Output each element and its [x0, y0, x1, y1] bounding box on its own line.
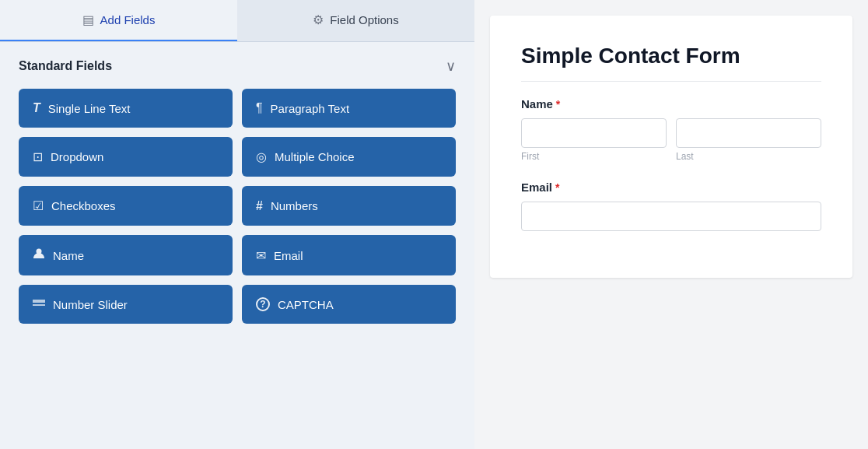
checkboxes-icon: ☑: [33, 198, 44, 213]
field-btn-captcha[interactable]: ? CAPTCHA: [242, 285, 456, 324]
field-btn-number-slider-label: Number Slider: [53, 298, 128, 311]
right-panel: Simple Contact Form Name * First Last: [474, 0, 868, 449]
single-line-text-icon: T: [33, 101, 40, 115]
tab-add-fields-label: Add Fields: [100, 13, 156, 26]
email-input[interactable]: [521, 202, 821, 231]
form-title: Simple Contact Form: [521, 44, 821, 82]
chevron-down-icon[interactable]: ∨: [446, 58, 456, 75]
tab-field-options[interactable]: ⚙ Field Options: [237, 0, 474, 41]
email-label: Email *: [521, 181, 821, 194]
field-btn-email[interactable]: ✉ Email: [242, 235, 456, 275]
first-name-input[interactable]: [521, 118, 667, 148]
field-btn-dropdown-label: Dropdown: [51, 150, 103, 163]
field-btn-paragraph-text-label: Paragraph Text: [271, 102, 349, 115]
last-name-group: Last: [676, 118, 821, 162]
field-btn-single-line-text[interactable]: T Single Line Text: [19, 89, 233, 128]
field-options-icon: ⚙: [313, 12, 324, 27]
number-slider-icon: [33, 297, 45, 311]
section-header: Standard Fields ∨: [19, 58, 456, 75]
field-btn-number-slider[interactable]: Number Slider: [19, 285, 233, 324]
name-inputs-group: First Last: [521, 118, 821, 162]
tab-field-options-label: Field Options: [330, 13, 398, 26]
field-btn-name[interactable]: Name: [19, 235, 233, 275]
field-btn-paragraph-text[interactable]: ¶ Paragraph Text: [242, 89, 456, 128]
section-title: Standard Fields: [19, 59, 112, 73]
field-btn-name-label: Name: [53, 249, 84, 262]
panel-content: Standard Fields ∨ T Single Line Text ¶ P…: [0, 42, 474, 449]
captcha-icon: ?: [256, 297, 270, 311]
email-required-star: *: [555, 181, 559, 194]
name-form-field: Name * First Last: [521, 97, 821, 162]
last-name-sublabel: Last: [676, 151, 821, 162]
form-preview: Simple Contact Form Name * First Last: [490, 16, 852, 278]
numbers-icon: #: [256, 199, 263, 213]
field-btn-multiple-choice-label: Multiple Choice: [275, 150, 355, 163]
field-btn-checkboxes[interactable]: ☑ Checkboxes: [19, 186, 233, 226]
tab-bar: ▤ Add Fields ⚙ Field Options: [0, 0, 474, 42]
email-form-field: Email *: [521, 181, 821, 231]
add-fields-icon: ▤: [82, 12, 94, 27]
field-btn-numbers[interactable]: # Numbers: [242, 186, 456, 226]
field-btn-checkboxes-label: Checkboxes: [51, 199, 116, 212]
field-btn-captcha-label: CAPTCHA: [278, 298, 334, 311]
dropdown-icon: ⊡: [33, 149, 43, 164]
name-icon: [33, 247, 45, 263]
first-name-sublabel: First: [521, 151, 667, 162]
field-btn-multiple-choice[interactable]: ◎ Multiple Choice: [242, 137, 456, 177]
field-btn-dropdown[interactable]: ⊡ Dropdown: [19, 137, 233, 177]
field-btn-numbers-label: Numbers: [271, 199, 318, 212]
field-btn-single-line-text-label: Single Line Text: [48, 102, 131, 115]
paragraph-text-icon: ¶: [256, 101, 263, 115]
email-icon: ✉: [256, 248, 266, 263]
name-required-star: *: [556, 98, 560, 110]
tab-add-fields[interactable]: ▤ Add Fields: [0, 0, 237, 41]
first-name-group: First: [521, 118, 667, 162]
field-btn-email-label: Email: [274, 249, 303, 262]
name-label: Name *: [521, 97, 821, 110]
left-panel: ▤ Add Fields ⚙ Field Options Standard Fi…: [0, 0, 474, 449]
last-name-input[interactable]: [676, 118, 821, 148]
multiple-choice-icon: ◎: [256, 149, 267, 164]
fields-grid: T Single Line Text ¶ Paragraph Text ⊡ Dr…: [19, 89, 456, 324]
